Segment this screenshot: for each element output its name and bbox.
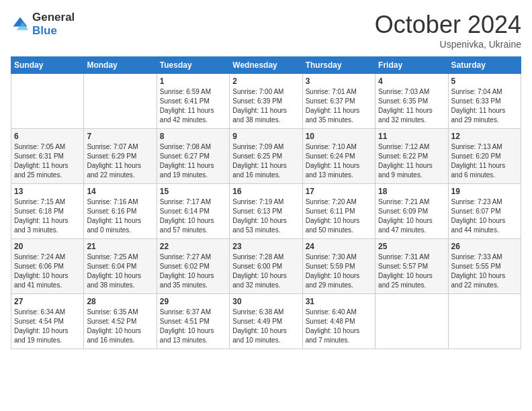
day-info: Sunrise: 7:09 AM Sunset: 6:25 PM Dayligh…: [232, 142, 299, 180]
day-info: Sunrise: 7:31 AM Sunset: 5:57 PM Dayligh…: [378, 253, 445, 290]
day-number: 14: [87, 187, 153, 196]
calendar-cell: 30Sunrise: 6:38 AM Sunset: 4:49 PM Dayli…: [230, 294, 302, 349]
day-info: Sunrise: 7:13 AM Sunset: 6:20 PM Dayligh…: [451, 142, 518, 180]
day-info: Sunrise: 7:03 AM Sunset: 6:35 PM Dayligh…: [378, 87, 445, 125]
calendar-cell: 25Sunrise: 7:31 AM Sunset: 5:57 PM Dayli…: [375, 239, 448, 294]
day-number: 23: [232, 242, 299, 251]
day-number: 31: [306, 297, 372, 306]
calendar-cell: 24Sunrise: 7:30 AM Sunset: 5:59 PM Dayli…: [302, 239, 375, 294]
day-info: Sunrise: 7:07 AM Sunset: 6:29 PM Dayligh…: [87, 142, 153, 180]
calendar-cell: 20Sunrise: 7:24 AM Sunset: 6:06 PM Dayli…: [11, 239, 84, 294]
calendar-cell: 16Sunrise: 7:19 AM Sunset: 6:13 PM Dayli…: [230, 184, 302, 239]
day-info: Sunrise: 6:38 AM Sunset: 4:49 PM Dayligh…: [232, 308, 299, 345]
logo-text: General Blue: [32, 11, 75, 37]
day-number: 27: [14, 297, 81, 306]
calendar-cell: 5Sunrise: 7:04 AM Sunset: 6:33 PM Daylig…: [448, 74, 521, 129]
calendar-cell: 26Sunrise: 7:33 AM Sunset: 5:55 PM Dayli…: [448, 239, 521, 294]
day-number: 9: [232, 132, 299, 141]
day-info: Sunrise: 7:15 AM Sunset: 6:18 PM Dayligh…: [14, 197, 81, 235]
calendar-cell: 23Sunrise: 7:28 AM Sunset: 6:00 PM Dayli…: [230, 239, 302, 294]
day-number: 13: [14, 187, 81, 196]
day-info: Sunrise: 7:05 AM Sunset: 6:31 PM Dayligh…: [14, 142, 81, 180]
calendar: SundayMondayTuesdayWednesdayThursdayFrid…: [11, 56, 521, 349]
day-number: 24: [306, 242, 372, 251]
day-number: 11: [378, 132, 445, 141]
day-number: 10: [306, 132, 372, 141]
day-number: 1: [160, 77, 226, 86]
day-info: Sunrise: 7:17 AM Sunset: 6:14 PM Dayligh…: [160, 197, 226, 235]
day-number: 12: [451, 132, 518, 141]
day-info: Sunrise: 7:04 AM Sunset: 6:33 PM Dayligh…: [451, 87, 518, 125]
calendar-cell: [448, 294, 521, 349]
calendar-cell: [11, 74, 84, 129]
calendar-cell: 22Sunrise: 7:27 AM Sunset: 6:02 PM Dayli…: [157, 239, 229, 294]
calendar-cell: 6Sunrise: 7:05 AM Sunset: 6:31 PM Daylig…: [11, 129, 84, 184]
logo-icon: [11, 15, 30, 34]
day-number: 7: [87, 132, 153, 141]
calendar-cell: 10Sunrise: 7:10 AM Sunset: 6:24 PM Dayli…: [302, 129, 375, 184]
calendar-cell: 19Sunrise: 7:23 AM Sunset: 6:07 PM Dayli…: [448, 184, 521, 239]
calendar-cell: 29Sunrise: 6:37 AM Sunset: 4:51 PM Dayli…: [157, 294, 229, 349]
day-number: 17: [306, 187, 372, 196]
calendar-cell: 11Sunrise: 7:12 AM Sunset: 6:22 PM Dayli…: [375, 129, 448, 184]
month-title: October 2024: [375, 11, 521, 39]
day-header-saturday: Saturday: [448, 57, 521, 74]
day-number: 22: [160, 242, 226, 251]
calendar-cell: 7Sunrise: 7:07 AM Sunset: 6:29 PM Daylig…: [84, 129, 157, 184]
day-info: Sunrise: 7:25 AM Sunset: 6:04 PM Dayligh…: [87, 253, 153, 290]
calendar-cell: 2Sunrise: 7:00 AM Sunset: 6:39 PM Daylig…: [230, 74, 302, 129]
logo: General Blue: [11, 11, 75, 37]
day-number: 3: [306, 77, 372, 86]
calendar-cell: 21Sunrise: 7:25 AM Sunset: 6:04 PM Dayli…: [84, 239, 157, 294]
day-number: 4: [378, 77, 445, 86]
day-info: Sunrise: 7:23 AM Sunset: 6:07 PM Dayligh…: [451, 197, 518, 235]
day-info: Sunrise: 7:33 AM Sunset: 5:55 PM Dayligh…: [451, 253, 518, 290]
calendar-cell: 15Sunrise: 7:17 AM Sunset: 6:14 PM Dayli…: [157, 184, 229, 239]
calendar-cell: 1Sunrise: 6:59 AM Sunset: 6:41 PM Daylig…: [157, 74, 229, 129]
day-info: Sunrise: 7:16 AM Sunset: 6:16 PM Dayligh…: [87, 197, 153, 235]
day-info: Sunrise: 7:12 AM Sunset: 6:22 PM Dayligh…: [378, 142, 445, 180]
day-info: Sunrise: 7:20 AM Sunset: 6:11 PM Dayligh…: [306, 197, 372, 235]
calendar-cell: 17Sunrise: 7:20 AM Sunset: 6:11 PM Dayli…: [302, 184, 375, 239]
day-info: Sunrise: 7:08 AM Sunset: 6:27 PM Dayligh…: [160, 142, 226, 180]
day-info: Sunrise: 7:30 AM Sunset: 5:59 PM Dayligh…: [306, 253, 372, 290]
day-number: 16: [232, 187, 299, 196]
calendar-cell: 13Sunrise: 7:15 AM Sunset: 6:18 PM Dayli…: [11, 184, 84, 239]
day-number: 29: [160, 297, 226, 306]
day-number: 20: [14, 242, 81, 251]
calendar-cell: 3Sunrise: 7:01 AM Sunset: 6:37 PM Daylig…: [302, 74, 375, 129]
day-info: Sunrise: 6:59 AM Sunset: 6:41 PM Dayligh…: [160, 87, 226, 125]
logo-blue: Blue: [32, 24, 75, 38]
calendar-cell: [375, 294, 448, 349]
header: General Blue October 2024 Uspenivka, Ukr…: [11, 11, 521, 50]
calendar-week-4: 27Sunrise: 6:34 AM Sunset: 4:54 PM Dayli…: [11, 294, 521, 349]
day-header-thursday: Thursday: [302, 57, 375, 74]
day-info: Sunrise: 6:35 AM Sunset: 4:52 PM Dayligh…: [87, 308, 153, 345]
calendar-week-0: 1Sunrise: 6:59 AM Sunset: 6:41 PM Daylig…: [11, 74, 521, 129]
day-number: 26: [451, 242, 518, 251]
calendar-week-2: 13Sunrise: 7:15 AM Sunset: 6:18 PM Dayli…: [11, 184, 521, 239]
day-header-sunday: Sunday: [11, 57, 84, 74]
day-header-wednesday: Wednesday: [230, 57, 302, 74]
calendar-week-3: 20Sunrise: 7:24 AM Sunset: 6:06 PM Dayli…: [11, 239, 521, 294]
day-number: 30: [232, 297, 299, 306]
day-info: Sunrise: 7:28 AM Sunset: 6:00 PM Dayligh…: [232, 253, 299, 290]
calendar-cell: 14Sunrise: 7:16 AM Sunset: 6:16 PM Dayli…: [84, 184, 157, 239]
calendar-cell: [84, 74, 157, 129]
day-info: Sunrise: 6:37 AM Sunset: 4:51 PM Dayligh…: [160, 308, 226, 345]
day-number: 6: [14, 132, 81, 141]
day-info: Sunrise: 7:21 AM Sunset: 6:09 PM Dayligh…: [378, 197, 445, 235]
day-number: 28: [87, 297, 153, 306]
calendar-cell: 9Sunrise: 7:09 AM Sunset: 6:25 PM Daylig…: [230, 129, 302, 184]
day-info: Sunrise: 7:10 AM Sunset: 6:24 PM Dayligh…: [306, 142, 372, 180]
day-info: Sunrise: 6:34 AM Sunset: 4:54 PM Dayligh…: [14, 308, 81, 345]
calendar-cell: 28Sunrise: 6:35 AM Sunset: 4:52 PM Dayli…: [84, 294, 157, 349]
day-number: 8: [160, 132, 226, 141]
title-block: October 2024 Uspenivka, Ukraine: [375, 11, 521, 50]
calendar-cell: 12Sunrise: 7:13 AM Sunset: 6:20 PM Dayli…: [448, 129, 521, 184]
calendar-cell: 18Sunrise: 7:21 AM Sunset: 6:09 PM Dayli…: [375, 184, 448, 239]
day-info: Sunrise: 7:00 AM Sunset: 6:39 PM Dayligh…: [232, 87, 299, 125]
calendar-cell: 8Sunrise: 7:08 AM Sunset: 6:27 PM Daylig…: [157, 129, 229, 184]
day-header-monday: Monday: [84, 57, 157, 74]
day-header-tuesday: Tuesday: [157, 57, 229, 74]
